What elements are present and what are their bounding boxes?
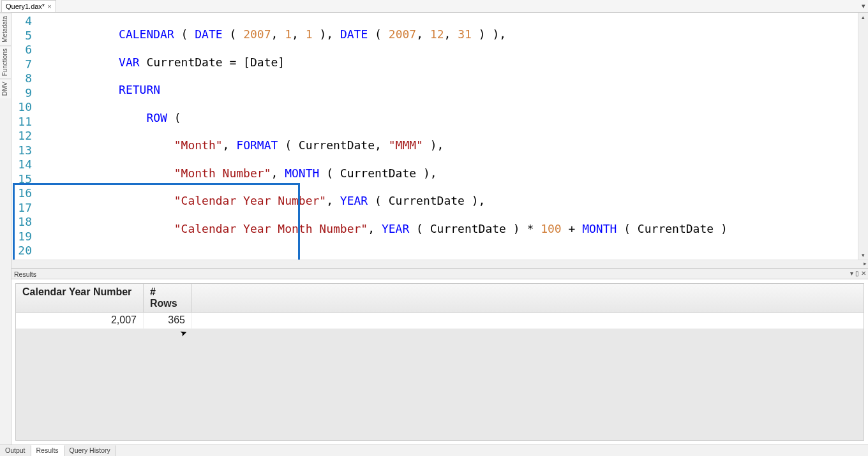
results-panel: Results ▾ ▯ ✕ Calendar Year Number # Row…	[11, 268, 868, 445]
cell-year: 2,007	[16, 313, 144, 328]
line-number: 14	[11, 158, 36, 172]
close-icon[interactable]: ✕	[861, 270, 866, 277]
line-number: 6	[11, 43, 36, 57]
line-number: 8	[11, 71, 36, 86]
scroll-right-icon[interactable]: ▸	[864, 260, 867, 267]
scroll-down-icon[interactable]: ▾	[858, 251, 868, 260]
line-number: 10	[11, 100, 36, 115]
app-root: Query1.dax* × ▾ Metadata Functions DMV 4…	[0, 0, 868, 456]
horizontal-scrollbar[interactable]: ▸	[11, 260, 868, 268]
line-number: 18	[11, 215, 36, 230]
side-tab-functions[interactable]: Functions	[0, 45, 11, 78]
results-grid-wrap: Calendar Year Number # Rows 2,007 365 ➤	[11, 279, 868, 445]
code-editor[interactable]: 4 5 6 7 8 9 10 11 12 13 14 15 16 17 18 1…	[11, 13, 868, 260]
results-title: Results	[14, 270, 36, 278]
line-number: 12	[11, 129, 36, 143]
tab-results[interactable]: Results	[31, 445, 64, 456]
line-number: 20	[11, 244, 36, 258]
line-number: 17	[11, 201, 36, 216]
line-number: 7	[11, 57, 36, 72]
line-number: 9	[11, 86, 36, 101]
results-grid[interactable]: Calendar Year Number # Rows 2,007 365	[15, 283, 864, 441]
dropdown-icon[interactable]: ▾	[862, 2, 865, 10]
side-tab-dmv[interactable]: DMV	[0, 78, 11, 98]
line-number: 16	[11, 186, 36, 201]
line-number: 5	[11, 29, 36, 43]
line-gutter: 4 5 6 7 8 9 10 11 12 13 14 15 16 17 18 1…	[11, 13, 36, 260]
tab-output[interactable]: Output	[0, 445, 31, 456]
bottom-tab-strip: Output Results Query History	[0, 445, 868, 456]
line-number: 19	[11, 230, 36, 244]
close-icon[interactable]: ×	[47, 3, 51, 10]
tab-query-history[interactable]: Query History	[64, 445, 116, 456]
editor-pane: 4 5 6 7 8 9 10 11 12 13 14 15 16 17 18 1…	[11, 13, 868, 445]
results-title-bar: Results ▾ ▯ ✕	[11, 269, 868, 279]
line-number: 4	[11, 14, 36, 29]
vertical-scrollbar[interactable]: ▴ ▾	[858, 13, 868, 260]
scroll-up-icon[interactable]: ▴	[858, 13, 868, 22]
document-tab-label: Query1.dax*	[6, 3, 45, 10]
code-content[interactable]: CALENDAR ( DATE ( 2007, 1, 1 ), DATE ( 2…	[36, 13, 858, 260]
document-tab[interactable]: Query1.dax* ×	[1, 0, 56, 12]
line-number: 15	[11, 172, 36, 187]
cell-rows: 365	[144, 313, 192, 328]
side-tab-metadata[interactable]: Metadata	[0, 13, 11, 45]
table-row[interactable]: 2,007 365	[16, 313, 864, 329]
side-tab-strip: Metadata Functions DMV	[0, 13, 11, 445]
grid-header-row: Calendar Year Number # Rows	[16, 284, 864, 313]
grid-body: 2,007 365	[16, 313, 864, 329]
pin-icon[interactable]: ▯	[855, 270, 859, 277]
document-tab-strip: Query1.dax* × ▾	[0, 0, 868, 13]
main-area: Metadata Functions DMV 4 5 6 7 8 9 10 11…	[0, 13, 868, 445]
column-header-rows[interactable]: # Rows	[144, 284, 192, 312]
line-number: 11	[11, 115, 36, 129]
line-number: 13	[11, 143, 36, 158]
dropdown-icon[interactable]: ▾	[850, 270, 853, 277]
column-header-year[interactable]: Calendar Year Number	[16, 284, 144, 312]
